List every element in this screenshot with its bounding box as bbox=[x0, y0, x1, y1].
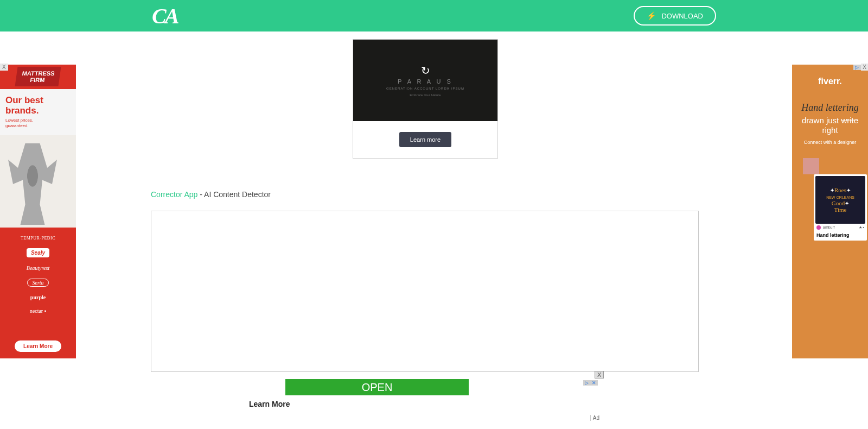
right-ad-seller-row: amburr ★ ▪ bbox=[815, 224, 865, 231]
right-ad-back-label: Hand lettering bbox=[837, 271, 861, 275]
top-ad-video-area[interactable]: ↻ P A R A U S GENERATION ACCOUNT LOREM I… bbox=[353, 40, 497, 121]
left-ad-image bbox=[0, 135, 76, 228]
replay-icon[interactable]: ↻ bbox=[421, 64, 430, 77]
mattress-firm-logo: MATTRESSFIRM bbox=[15, 67, 61, 86]
left-ad-subtext: Lowest prices,guaranteed. bbox=[5, 118, 71, 128]
bottom-ad-close-button[interactable]: X bbox=[595, 371, 604, 378]
brand-beautyrest: Beautyrest bbox=[27, 265, 49, 271]
right-ad-product-card[interactable]: ✦Roes✦ NEW ORLEANS Good✦ Time amburr ★ ▪… bbox=[814, 174, 867, 241]
breadcrumb-separator: - bbox=[197, 190, 204, 199]
brand-tempurpedic: TEMPUR-PEDIC bbox=[21, 236, 55, 241]
person-image bbox=[8, 143, 57, 225]
breadcrumb-link-home[interactable]: Corrector App bbox=[151, 190, 197, 199]
top-ad-cta-button[interactable]: Learn more bbox=[399, 132, 451, 147]
site-logo[interactable]: CA bbox=[152, 3, 177, 29]
left-sidebar-ad[interactable]: X MATTRESSFIRM Our best brands. Lowest p… bbox=[0, 65, 76, 358]
header: CA ⚡ DOWNLOAD bbox=[0, 0, 868, 31]
right-ad-product-label: Hand lettering bbox=[815, 231, 865, 239]
right-sidebar-ad[interactable]: ▷ ✕ fiverr. Hand lettering drawn just wr… bbox=[792, 65, 868, 358]
adchoices-icon[interactable]: ▷ bbox=[853, 65, 860, 70]
top-center-ad[interactable]: ▷ ✕ ↻ P A R A U S GENERATION ACCOUNT LOR… bbox=[353, 39, 498, 159]
bottom-ad-dismiss-button[interactable]: ✕ bbox=[590, 380, 598, 386]
left-ad-cta-button[interactable]: Learn More bbox=[15, 340, 61, 352]
brand-serta: Serta bbox=[27, 279, 48, 287]
bottom-ad-learn-more-link[interactable]: Learn More bbox=[249, 400, 290, 408]
right-ad-product-image: ✦Roes✦ NEW ORLEANS Good✦ Time bbox=[815, 176, 865, 224]
right-ad-close-button[interactable]: X bbox=[861, 64, 868, 71]
right-ad-headline: Hand lettering bbox=[792, 92, 868, 116]
content-detector-input[interactable] bbox=[151, 211, 699, 372]
seller-name: amburr bbox=[823, 225, 835, 229]
right-ad-subheadline: drawn just write right bbox=[792, 116, 868, 135]
adchoices-icon[interactable]: ▷ bbox=[583, 380, 590, 386]
brand-nectar: nectar ▪ bbox=[30, 308, 46, 314]
left-ad-brand-banner: MATTRESSFIRM bbox=[0, 65, 76, 89]
download-label: DOWNLOAD bbox=[661, 12, 703, 20]
left-ad-brand-list: TEMPUR-PEDIC Sealy Beautyrest Serta purp… bbox=[0, 228, 76, 333]
top-ad-tagline: GENERATION ACCOUNT LOREM IPSUM bbox=[386, 87, 464, 90]
bottom-ad-label: Ad bbox=[590, 415, 599, 421]
top-ad-brand-text: P A R A U S bbox=[398, 78, 453, 85]
top-ad-tagline2: Embrace Your Nature bbox=[410, 93, 441, 97]
left-ad-close-button[interactable]: X bbox=[0, 64, 8, 71]
left-ad-headline: Our best brands. bbox=[5, 96, 71, 116]
bottom-ad-open-button[interactable]: OPEN bbox=[285, 379, 469, 395]
bolt-icon: ⚡ bbox=[647, 11, 656, 20]
brand-sealy: Sealy bbox=[27, 248, 49, 257]
seller-avatar bbox=[816, 225, 821, 230]
breadcrumb: Corrector App - AI Content Detector bbox=[151, 190, 271, 199]
breadcrumb-current-page: AI Content Detector bbox=[204, 190, 271, 199]
brand-purple: purple bbox=[30, 294, 46, 300]
left-ad-text-block: Our best brands. Lowest prices,guarantee… bbox=[0, 89, 76, 135]
bottom-ad-badge: ▷ ✕ bbox=[583, 380, 598, 386]
right-ad-connect-text: Connect with a designer bbox=[792, 135, 868, 153]
download-button[interactable]: ⚡ DOWNLOAD bbox=[634, 6, 716, 26]
